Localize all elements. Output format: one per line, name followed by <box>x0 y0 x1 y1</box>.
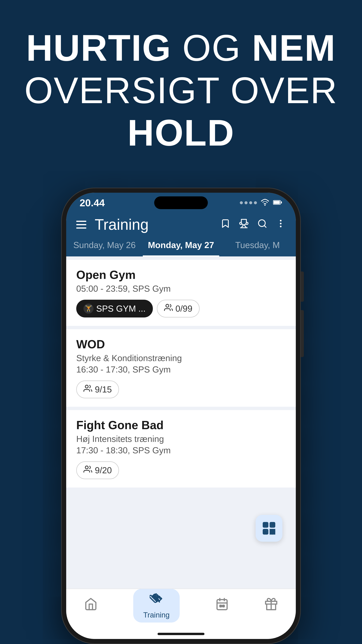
gym-logo: 🏋 <box>83 304 93 314</box>
class-subtitle-wod: Styrke & Konditionstræning <box>76 353 286 363</box>
people-icon-fgb <box>83 465 92 476</box>
svg-rect-16 <box>272 524 273 526</box>
class-tags-open-gym: 🏋 SPS GYM ... <box>76 300 286 318</box>
day-tabs: Sunday, May 26 Monday, May 27 Tuesday, M <box>66 236 296 256</box>
battery-icon <box>273 198 282 208</box>
dynamic-island <box>154 196 208 209</box>
svg-point-8 <box>280 226 282 228</box>
phone-outer: 20.44 <box>61 188 301 644</box>
signal-dots <box>240 201 257 204</box>
dot4 <box>254 201 257 204</box>
app-header: Training <box>66 213 296 236</box>
class-subtitle-fgb: Høj Intensitets træning <box>76 434 286 444</box>
home-indicator <box>158 633 204 635</box>
content-area: Open Gym 05:00 - 23:59, SPS Gym 🏋 SPS GY… <box>66 256 296 589</box>
hero-bold3: HOLD <box>127 112 234 154</box>
class-card-wod[interactable]: WOD Styrke & Konditionstræning 16:30 - 1… <box>66 329 296 407</box>
svg-point-6 <box>280 220 282 222</box>
phone-power-button <box>301 310 304 357</box>
svg-point-11 <box>85 466 88 469</box>
more-icon[interactable] <box>276 218 286 231</box>
gym-tag[interactable]: 🏋 SPS GYM ... <box>76 300 153 318</box>
svg-rect-3 <box>274 201 280 204</box>
class-card-open-gym[interactable]: Open Gym 05:00 - 23:59, SPS Gym 🏋 SPS GY… <box>66 260 296 326</box>
dot2 <box>245 201 248 204</box>
hero-section: HURTIG OG NEM OVERSIGT OVER HOLD <box>0 27 362 154</box>
class-name-wod: WOD <box>76 338 286 351</box>
hamburger-line2 <box>76 224 86 225</box>
calendar-icon <box>215 598 229 614</box>
hero-line1: HURTIG OG NEM <box>0 27 362 69</box>
class-tags-fgb: 9/20 <box>76 461 286 479</box>
svg-rect-28 <box>223 605 224 607</box>
search-icon[interactable] <box>257 218 267 231</box>
hero-line2: OVERSIGT OVER HOLD <box>0 69 362 154</box>
tab-sunday[interactable]: Sunday, May 26 <box>66 236 143 256</box>
hamburger-line3 <box>76 228 86 228</box>
class-time-fgb: 17:30 - 18:30, SPS Gym <box>76 445 286 455</box>
status-icons <box>240 198 282 208</box>
phone-screen: 20.44 <box>66 193 296 639</box>
hamburger-line1 <box>76 221 86 222</box>
status-time: 20.44 <box>80 197 105 209</box>
wifi-icon <box>260 198 270 208</box>
hamburger-button[interactable] <box>76 221 86 228</box>
tab-tuesday[interactable]: Tuesday, M <box>219 236 296 256</box>
class-card-fight-gone-bad[interactable]: Fight Gone Bad Høj Intensitets træning 1… <box>66 410 296 488</box>
bookmark-icon[interactable] <box>220 218 230 231</box>
tab-monday[interactable]: Monday, May 27 <box>143 236 219 256</box>
hero-bold1: HURTIG <box>26 27 171 68</box>
dot1 <box>240 201 243 204</box>
home-icon <box>84 598 97 614</box>
header-icons <box>220 218 286 231</box>
nav-training-label: Training <box>143 611 170 619</box>
svg-rect-2 <box>281 202 282 204</box>
class-name-open-gym: Open Gym <box>76 268 286 282</box>
svg-point-10 <box>85 385 88 388</box>
svg-rect-18 <box>270 530 272 532</box>
bottom-nav: Training <box>66 589 296 629</box>
class-tags-wod: 9/15 <box>76 380 286 398</box>
capacity-tag-open-gym[interactable]: 0/99 <box>157 300 200 318</box>
svg-point-9 <box>166 304 169 307</box>
trophy-icon[interactable] <box>239 218 249 231</box>
class-time-open-gym: 05:00 - 23:59, SPS Gym <box>76 284 286 294</box>
nav-training[interactable]: Training <box>126 586 186 626</box>
qr-fab-button[interactable] <box>256 515 282 542</box>
svg-rect-19 <box>273 530 275 532</box>
phone-volume-button <box>301 272 304 302</box>
hero-bold2: NEM <box>252 27 336 68</box>
svg-rect-23 <box>217 600 227 610</box>
home-bar <box>66 629 296 639</box>
svg-point-0 <box>265 204 266 206</box>
svg-rect-20 <box>270 532 272 534</box>
svg-line-5 <box>264 226 266 228</box>
svg-rect-17 <box>265 531 267 533</box>
gift-icon <box>265 598 278 614</box>
svg-rect-27 <box>220 605 222 607</box>
dumbbell-icon <box>150 592 163 609</box>
class-time-wod: 16:30 - 17:30, SPS Gym <box>76 364 286 374</box>
nav-gift[interactable] <box>258 594 285 617</box>
svg-point-7 <box>280 223 282 224</box>
hero-normal2: OVERSIGT OVER <box>24 70 338 111</box>
nav-calendar[interactable] <box>209 594 236 617</box>
app-title: Training <box>95 216 214 233</box>
capacity-tag-fgb[interactable]: 9/20 <box>76 461 119 479</box>
svg-rect-21 <box>273 532 275 534</box>
hero-og: OG <box>171 27 252 68</box>
svg-rect-15 <box>265 524 267 526</box>
people-icon-wod <box>83 384 92 395</box>
capacity-tag-wod[interactable]: 9/15 <box>76 380 119 398</box>
dot3 <box>249 201 252 204</box>
nav-home[interactable] <box>77 594 104 617</box>
phone-mockup: 20.44 <box>61 188 301 644</box>
status-bar: 20.44 <box>66 193 296 213</box>
class-name-fgb: Fight Gone Bad <box>76 418 286 432</box>
people-icon <box>164 303 173 314</box>
